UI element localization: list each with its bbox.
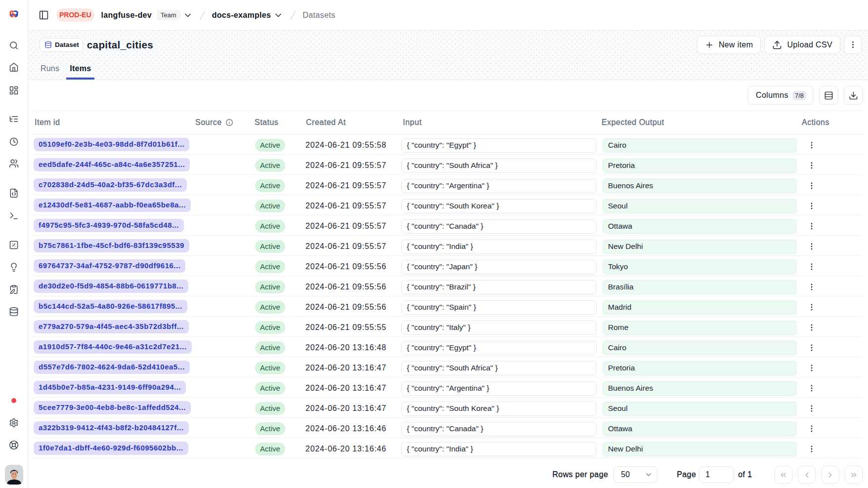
- input-cell-box[interactable]: { "country": "South Africa" }: [401, 361, 597, 375]
- item-id-pill[interactable]: 69764737-34af-4752-9787-d90df9616...: [34, 259, 185, 273]
- columns-button[interactable]: Columns 7/8: [747, 86, 814, 105]
- expected-output-cell-box[interactable]: New Delhi: [603, 240, 797, 254]
- input-cell-box[interactable]: { "country": "Egypt" }: [401, 341, 597, 355]
- expected-output-cell-box[interactable]: New Delhi: [603, 442, 797, 456]
- chevron-down-icon[interactable]: [273, 10, 283, 20]
- sidebar-item-square-percent[interactable]: [5, 236, 23, 254]
- expected-output-cell-box[interactable]: Ottawa: [603, 422, 797, 436]
- item-id-pill[interactable]: 05109ef0-2e3b-4e03-98dd-8f7d01b61f...: [34, 138, 189, 151]
- input-cell-box[interactable]: { "country": "South Korea" }: [401, 402, 597, 416]
- item-id-pill[interactable]: de30d2e0-f5d9-4854-88b6-0619771b8...: [34, 280, 188, 293]
- first-page-button[interactable]: [775, 466, 792, 484]
- settings-icon[interactable]: [5, 414, 23, 432]
- input-cell-box[interactable]: { "country": "India" }: [401, 442, 597, 456]
- input-cell-box[interactable]: { "country": "Spain" }: [401, 300, 597, 315]
- sidebar-item-file-json[interactable]: [5, 184, 23, 202]
- row-actions-button[interactable]: [805, 280, 819, 294]
- input-cell-box[interactable]: { "country": "Egypt" }: [401, 138, 597, 153]
- breadcrumb-section[interactable]: Datasets: [303, 11, 335, 20]
- row-actions-button[interactable]: [805, 321, 819, 334]
- sidebar-item-clipboard-pen[interactable]: [5, 281, 23, 298]
- sidebar-item-search[interactable]: [5, 37, 23, 54]
- export-button[interactable]: [844, 86, 863, 105]
- item-id-pill[interactable]: a322b319-9412-4f43-b8f2-b20484127f...: [34, 421, 189, 435]
- row-actions-button[interactable]: [805, 422, 819, 436]
- langfuse-logo-icon[interactable]: [8, 10, 19, 20]
- expected-output-cell-box[interactable]: Pretoria: [603, 159, 797, 173]
- input-cell-box[interactable]: { "country": "South Africa" }: [401, 159, 597, 173]
- item-id-pill[interactable]: e12430df-5e81-4687-aabb-f0ea65be8a...: [34, 199, 191, 212]
- expected-output-cell-box[interactable]: Buenos Aires: [603, 381, 797, 396]
- item-id-pill[interactable]: 1f0e7da1-dbff-4e60-929d-f6095602bb...: [34, 442, 188, 455]
- item-id-pill[interactable]: f4975c95-5fc3-4939-970d-58fa5cd48...: [34, 219, 184, 232]
- item-id-pill[interactable]: 5cee7779-3e00-4eb8-be8c-1affedd524...: [34, 401, 191, 414]
- input-cell-box[interactable]: { "country": "Canada" }: [401, 422, 597, 436]
- record-dot[interactable]: [11, 398, 16, 403]
- input-cell-box[interactable]: { "country": "Argentina" }: [401, 179, 597, 193]
- row-actions-button[interactable]: [805, 260, 819, 274]
- user-avatar[interactable]: [5, 465, 23, 485]
- row-actions-button[interactable]: [805, 341, 819, 355]
- sidebar-item-clock[interactable]: [5, 133, 23, 151]
- expected-output-cell-box[interactable]: Pretoria: [603, 361, 797, 375]
- input-cell-box[interactable]: { "country": "Canada" }: [401, 219, 597, 234]
- input-cell-box[interactable]: { "country": "South Korea" }: [401, 199, 597, 213]
- row-actions-button[interactable]: [805, 361, 819, 375]
- expected-output-cell-box[interactable]: Buenos Aires: [603, 179, 797, 193]
- breadcrumb-organization[interactable]: langfuse-dev: [101, 11, 152, 20]
- item-id-pill[interactable]: d557e7d6-7802-4624-9da6-52d410ea5...: [34, 361, 190, 374]
- row-actions-button[interactable]: [805, 240, 819, 253]
- item-id-pill[interactable]: c702838d-24d5-40a2-bf35-67dc3a3df...: [34, 178, 187, 192]
- chevron-down-icon[interactable]: [183, 10, 193, 20]
- expected-output-cell-box[interactable]: Brasília: [603, 280, 797, 294]
- page-number-input[interactable]: [699, 466, 734, 483]
- row-actions-button[interactable]: [805, 179, 819, 193]
- breadcrumb-project[interactable]: docs-examples: [212, 11, 271, 20]
- row-actions-button[interactable]: [805, 159, 819, 172]
- upload-csv-button[interactable]: Upload CSV: [764, 36, 840, 54]
- expected-output-cell-box[interactable]: Tokyo: [603, 260, 797, 274]
- input-cell-box[interactable]: { "country": "Argentina" }: [401, 381, 597, 396]
- previous-page-button[interactable]: [798, 466, 816, 484]
- row-actions-button[interactable]: [805, 300, 819, 314]
- expected-output-cell-box[interactable]: Cairo: [603, 341, 797, 355]
- expected-output-cell-box[interactable]: Seoul: [603, 199, 797, 213]
- expected-output-cell-box[interactable]: Ottawa: [603, 219, 797, 234]
- next-page-button[interactable]: [822, 466, 839, 484]
- input-cell-box[interactable]: { "country": "Italy" }: [401, 321, 597, 335]
- tab-items[interactable]: Items: [66, 64, 94, 80]
- item-id-pill[interactable]: b75c7861-1fbe-45cf-bdf6-83f139c95539: [34, 239, 189, 252]
- expected-output-cell-box[interactable]: Seoul: [603, 402, 797, 416]
- item-id-pill[interactable]: 1d45b0e7-b85a-4231-9149-6ff90a294...: [34, 381, 186, 394]
- rows-per-page-select[interactable]: 50: [613, 466, 657, 483]
- row-actions-button[interactable]: [805, 442, 819, 456]
- expected-output-cell-box[interactable]: Cairo: [603, 138, 797, 153]
- expected-output-cell-box[interactable]: Rome: [603, 321, 797, 335]
- row-height-button[interactable]: [819, 86, 838, 105]
- sidebar-item-list-tree[interactable]: [5, 110, 23, 128]
- row-actions-button[interactable]: [805, 138, 819, 152]
- item-id-pill[interactable]: a1910d57-7f84-440c-9e46-a31c2d7e21...: [34, 340, 192, 354]
- life-buoy-icon[interactable]: [5, 436, 23, 454]
- expected-output-cell-box[interactable]: Madrid: [603, 300, 797, 315]
- input-cell-box[interactable]: { "country": "India" }: [401, 240, 597, 254]
- last-page-button[interactable]: [845, 466, 863, 484]
- more-actions-button[interactable]: [844, 36, 862, 54]
- row-actions-button[interactable]: [805, 381, 819, 395]
- sidebar-item-dashboard[interactable]: [5, 81, 23, 99]
- sidebar-item-home[interactable]: [5, 58, 23, 76]
- sidebar-item-terminal[interactable]: [5, 207, 23, 225]
- item-id-pill[interactable]: eed5dafe-244f-465c-a84c-4a6e357251...: [34, 158, 190, 171]
- tab-runs[interactable]: Runs: [38, 64, 62, 80]
- sidebar-item-database[interactable]: [5, 303, 23, 321]
- item-id-pill[interactable]: e779a270-579a-4f45-aec4-35b72d3bff...: [34, 320, 189, 333]
- row-actions-button[interactable]: [805, 402, 819, 415]
- input-cell-box[interactable]: { "country": "Brazil" }: [401, 280, 597, 294]
- item-id-pill[interactable]: b5c144cd-52a5-4a80-926e-58617f895...: [34, 300, 187, 313]
- environment-badge[interactable]: PROD-EU: [56, 8, 94, 22]
- row-actions-button[interactable]: [805, 199, 819, 213]
- row-actions-button[interactable]: [805, 219, 819, 233]
- sidebar-item-lightbulb[interactable]: [5, 258, 23, 276]
- sidebar-item-users[interactable]: [5, 155, 23, 172]
- sidebar-toggle-icon[interactable]: [39, 10, 49, 20]
